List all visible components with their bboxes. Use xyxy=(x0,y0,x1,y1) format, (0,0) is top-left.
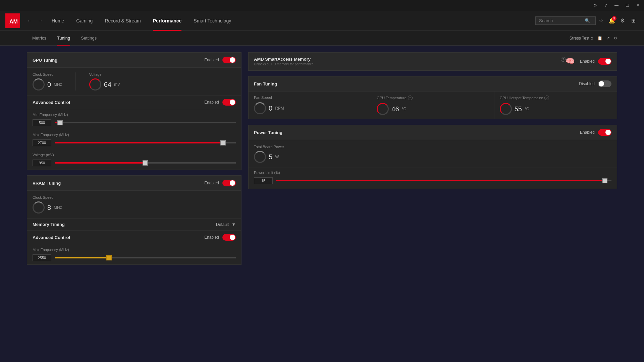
nav-smart[interactable]: Smart Technology xyxy=(187,11,237,31)
fan-tuning-status: Disabled xyxy=(579,81,595,86)
gpu-temp-help-icon[interactable]: ? xyxy=(408,96,413,100)
minimize-btn[interactable]: — xyxy=(613,2,620,9)
vram-tuning-header: VRAM Tuning Enabled xyxy=(27,176,241,191)
total-power-unit: W xyxy=(275,155,279,159)
fan-metrics-row: Fan Speed 0 RPM GPU Temperature ? xyxy=(249,92,617,119)
tab-settings[interactable]: Settings xyxy=(75,31,102,46)
gpu-hotspot-help-icon[interactable]: ? xyxy=(544,96,549,100)
vram-max-freq-input[interactable] xyxy=(33,254,51,261)
vram-advanced-status: Enabled xyxy=(204,235,219,240)
gpu-advanced-label: Advanced Control xyxy=(33,100,204,105)
voltage-mv-thumb[interactable] xyxy=(143,160,148,166)
power-limit-track[interactable] xyxy=(276,180,611,181)
tab-tuning[interactable]: Tuning xyxy=(52,31,75,46)
gpu-temp-label: GPU Temperature xyxy=(377,96,406,100)
gpu-voltage-value: 64 xyxy=(104,81,111,88)
max-freq-track[interactable] xyxy=(55,142,236,143)
notifications-icon[interactable]: 🔔 5 xyxy=(606,15,617,26)
vram-clock-unit: MHz xyxy=(54,205,62,210)
stress-test-label: Stress Test xyxy=(570,36,589,41)
voltage-mv-label: Voltage (mV) xyxy=(33,153,236,157)
power-tuning-header: Power Tuning Enabled xyxy=(249,125,617,140)
left-panel: GPU Tuning Enabled Clock Speed 0 MHz xyxy=(27,52,241,355)
gpu-tuning-status: Enabled xyxy=(204,58,219,62)
min-freq-input[interactable] xyxy=(33,119,51,126)
voltage-mv-track[interactable] xyxy=(55,162,236,164)
search-box[interactable]: 🔍 xyxy=(535,16,596,25)
vram-max-freq-thumb[interactable] xyxy=(106,255,112,260)
power-limit-slider-section: Power Limit (%) xyxy=(249,168,617,189)
fan-tuning-card: Fan Tuning Disabled Fan Speed 0 RPM xyxy=(248,76,617,119)
memory-timing-dropdown-icon[interactable]: ▼ xyxy=(231,222,236,227)
help-icon[interactable]: ? xyxy=(602,2,609,9)
gpu-temp-metric: GPU Temperature ? 46 °C xyxy=(371,92,494,119)
vram-tuning-status: Enabled xyxy=(204,181,219,185)
search-input[interactable] xyxy=(539,18,583,23)
layout-icon[interactable]: ⊞ xyxy=(628,15,639,26)
titlebar: ⚙ ? — ☐ ✕ xyxy=(0,0,644,11)
fan-speed-metric: Fan Speed 0 RPM xyxy=(249,92,371,119)
fan-speed-gauge xyxy=(254,102,266,114)
navbar: AMD ← → Home Gaming Record & Stream Perf… xyxy=(0,11,644,31)
back-arrow[interactable]: ← xyxy=(24,18,35,24)
vram-max-freq-track[interactable] xyxy=(55,257,236,258)
smart-access-toggle[interactable] xyxy=(598,58,611,65)
share-action[interactable]: ↗ xyxy=(606,36,610,41)
power-tuning-title: Power Tuning xyxy=(254,130,580,135)
smart-access-status: Enabled xyxy=(580,59,595,64)
nav-gaming[interactable]: Gaming xyxy=(70,11,99,31)
power-tuning-toggle[interactable] xyxy=(598,129,611,136)
total-power-label: Total Board Power xyxy=(254,145,284,149)
min-freq-track[interactable] xyxy=(55,122,236,123)
gpu-advanced-row: Advanced Control Enabled xyxy=(27,96,241,109)
gpu-hotspot-gauge xyxy=(500,103,512,115)
max-freq-thumb[interactable] xyxy=(220,140,226,145)
vram-max-freq-section: Max Frequency (MHz) xyxy=(27,244,241,264)
forward-arrow[interactable]: → xyxy=(35,18,46,24)
notification-badge: 5 xyxy=(612,16,616,21)
min-freq-thumb[interactable] xyxy=(57,120,63,125)
reset-action[interactable]: ↺ xyxy=(614,36,617,41)
vram-tuning-title: VRAM Tuning xyxy=(33,181,204,186)
settings-icon[interactable]: ⚙ xyxy=(617,15,628,26)
max-freq-input[interactable] xyxy=(33,139,51,146)
maximize-btn[interactable]: ☐ xyxy=(624,2,631,9)
svg-text:AMD: AMD xyxy=(9,19,17,24)
memory-timing-value: Default xyxy=(216,222,229,227)
power-limit-label: Power Limit (%) xyxy=(254,171,611,175)
gpu-tuning-card: GPU Tuning Enabled Clock Speed 0 MHz xyxy=(27,52,241,170)
gpu-hotspot-unit: °C xyxy=(525,107,529,111)
power-limit-thumb[interactable] xyxy=(602,178,607,183)
power-limit-slider-row xyxy=(254,177,611,184)
gpu-temp-gauge xyxy=(377,103,389,115)
smart-access-help-icon[interactable]: ? xyxy=(561,57,566,62)
vram-tuning-toggle[interactable] xyxy=(222,180,236,186)
nav-home[interactable]: Home xyxy=(46,11,70,31)
gpu-advanced-toggle[interactable] xyxy=(222,99,236,106)
gpu-temp-value: 46 xyxy=(391,105,399,113)
gpu-voltage-unit: mV xyxy=(114,82,120,87)
smart-access-header: AMD SmartAccess Memory ? Unlocks dGPU me… xyxy=(249,53,617,70)
system-icon[interactable]: ⚙ xyxy=(592,2,598,9)
vram-clock-label: Clock Speed xyxy=(33,195,53,199)
right-panel: AMD SmartAccess Memory ? Unlocks dGPU me… xyxy=(248,52,617,355)
vram-advanced-label: Advanced Control xyxy=(33,235,204,240)
stress-test-action[interactable]: Stress Test ⧖ xyxy=(570,36,593,41)
power-tuning-status: Enabled xyxy=(580,130,595,135)
fan-tuning-toggle[interactable] xyxy=(598,80,611,87)
nav-performance[interactable]: Performance xyxy=(147,11,188,31)
nav-record[interactable]: Record & Stream xyxy=(99,11,147,31)
favorites-icon[interactable]: ☆ xyxy=(596,15,606,26)
gpu-tuning-toggle[interactable] xyxy=(222,57,236,63)
power-limit-fill xyxy=(276,180,605,181)
tab-metrics[interactable]: Metrics xyxy=(27,31,52,46)
max-freq-section: Max Frequency (MHz) xyxy=(27,129,241,149)
gpu-clock-voltage-row: Clock Speed 0 MHz Voltage 64 m xyxy=(27,68,241,95)
export-action[interactable]: 📋 xyxy=(597,36,602,41)
vram-tuning-card: VRAM Tuning Enabled Clock Speed 8 MHz Me… xyxy=(27,175,241,265)
power-limit-input[interactable] xyxy=(254,177,273,184)
voltage-mv-input[interactable] xyxy=(33,160,51,166)
vram-advanced-toggle[interactable] xyxy=(222,234,236,241)
gpu-clock-unit: MHz xyxy=(54,82,62,87)
close-btn[interactable]: ✕ xyxy=(635,2,641,9)
